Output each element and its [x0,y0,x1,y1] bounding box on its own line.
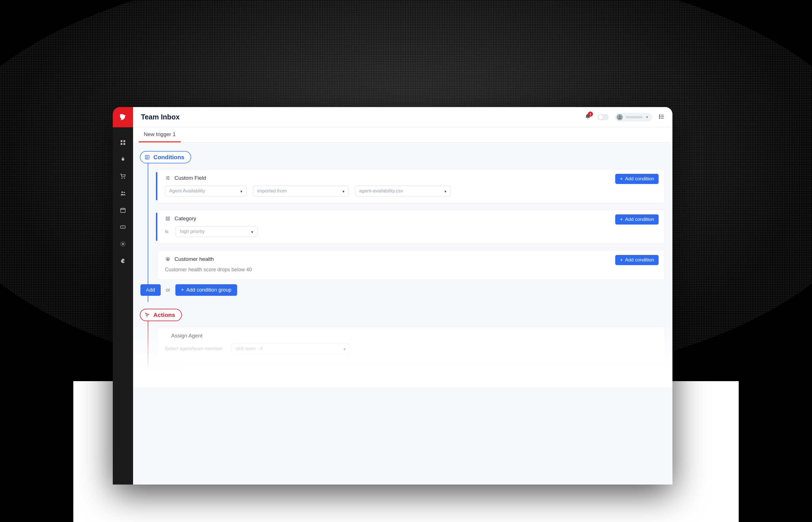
list-menu-button[interactable] [658,114,664,121]
svg-point-10 [619,116,621,117]
list-icon [658,114,664,120]
notification-badge: 1 [588,112,593,117]
sidebar-item-tickets[interactable] [119,223,127,231]
users-icon [120,190,126,196]
svg-point-8 [123,227,123,228]
svg-rect-1 [123,140,125,142]
page-title: Team Inbox [141,113,180,121]
card-title: Assign Agent [171,333,202,339]
puzzle-icon [120,258,126,264]
add-button[interactable]: Add [140,284,161,296]
chevron-down-icon: ▼ [444,189,447,194]
cursor-icon [144,312,150,318]
select-field[interactable]: Agent Availability▼ [165,186,247,196]
plus-icon: + [620,176,623,181]
svg-rect-2 [121,143,122,145]
svg-point-13 [659,118,660,119]
conditions-icon [144,154,150,160]
main-area: Team Inbox 1 ▼ New trigger 1 [133,107,673,484]
action-card-assign-agent: Assign Agent Select agent/team member sk… [157,327,665,361]
svg-rect-21 [166,217,168,218]
gear-icon [120,241,126,247]
flow-line [148,163,148,302]
sidebar-item-calendar[interactable] [119,206,127,214]
svg-point-5 [123,192,125,193]
condition-card-custom-field: +Add condition Custom Field Agent Availa… [157,169,665,203]
sidebar-item-power[interactable] [119,156,127,163]
cart-icon [120,173,126,179]
chevron-down-icon: ▼ [250,230,254,234]
content: Conditions +Add condition Custom Field A… [133,143,673,387]
or-label: or [166,287,170,293]
sidebar [113,107,133,484]
svg-rect-24 [168,219,170,221]
sidebar-item-app[interactable] [119,257,127,265]
avatar [617,114,623,120]
notifications-button[interactable]: 1 [584,113,591,121]
svg-point-9 [122,243,124,245]
condition-description: Customer health score drops below 40 [165,267,657,273]
sidebar-item-dashboard[interactable] [119,139,127,146]
sidebar-item-settings[interactable] [119,240,127,248]
condition-card-customer-health: +Add condition Customer health Customer … [157,250,665,280]
bird-icon [119,113,127,121]
select-priority[interactable]: high priority▼ [176,226,257,237]
chevron-down-icon: ▼ [343,347,346,351]
is-label: is [165,229,168,234]
sidebar-item-cart[interactable] [119,173,127,180]
plus-icon: + [620,258,623,263]
condition-card-category: +Add condition Category is high priority… [157,209,665,244]
svg-rect-23 [166,219,168,221]
card-title: Category [175,216,196,222]
svg-point-4 [121,192,123,193]
card-title: Custom Field [175,175,206,181]
actions-header: Actions [140,309,182,321]
add-condition-button[interactable]: +Add condition [615,174,659,184]
header: Team Inbox 1 ▼ [133,107,673,127]
select-agent-label: Select agent/team member [165,346,223,352]
actions-label: Actions [153,312,175,318]
status-toggle[interactable] [597,114,609,120]
ticket-icon [120,224,126,230]
plus-icon: + [181,287,184,293]
add-condition-button[interactable]: +Add condition [615,255,659,265]
flow-line [148,321,148,382]
tab-bar: New trigger 1 [133,127,673,143]
tab-new-trigger[interactable]: New trigger 1 [139,127,181,142]
svg-point-19 [167,178,168,179]
add-condition-group-button[interactable]: +Add condition group [175,284,237,296]
app-frame: Team Inbox 1 ▼ New trigger 1 [113,107,673,484]
add-condition-button[interactable]: +Add condition [615,214,659,224]
chevron-down-icon: ▼ [342,189,345,194]
actions-section: Actions Assign Agent Select agent/team m… [140,309,665,379]
user-menu[interactable]: ▼ [615,113,652,122]
conditions-header: Conditions [140,151,191,163]
svg-rect-22 [168,217,170,218]
svg-point-12 [659,116,660,117]
chevron-down-icon: ▼ [240,189,243,194]
plug-icon [120,156,126,163]
heart-shield-icon [165,256,171,262]
chevron-down-icon: ▼ [645,115,649,119]
plus-icon: + [620,217,623,222]
grid-icon [120,139,126,146]
card-title: Customer health [175,256,214,262]
select-operator[interactable]: imported from▼ [253,186,349,196]
app-logo[interactable] [113,107,133,127]
conditions-label: Conditions [153,154,185,161]
calendar-icon [120,207,126,213]
svg-point-18 [168,176,169,177]
sliders-icon [165,175,171,181]
category-icon [165,216,171,221]
select-agent[interactable]: skill team - 4▼ [231,343,350,354]
svg-point-11 [659,115,660,116]
svg-rect-0 [121,140,122,142]
person-icon [618,115,622,119]
conditions-section: Conditions +Add condition Custom Field A… [140,151,665,296]
svg-point-20 [168,179,169,180]
svg-rect-6 [121,208,125,213]
svg-rect-3 [123,143,125,145]
add-action-button[interactable]: +Add action [140,367,181,379]
sidebar-item-team[interactable] [119,189,127,197]
select-value[interactable]: agent-availability.csv▼ [355,186,451,196]
